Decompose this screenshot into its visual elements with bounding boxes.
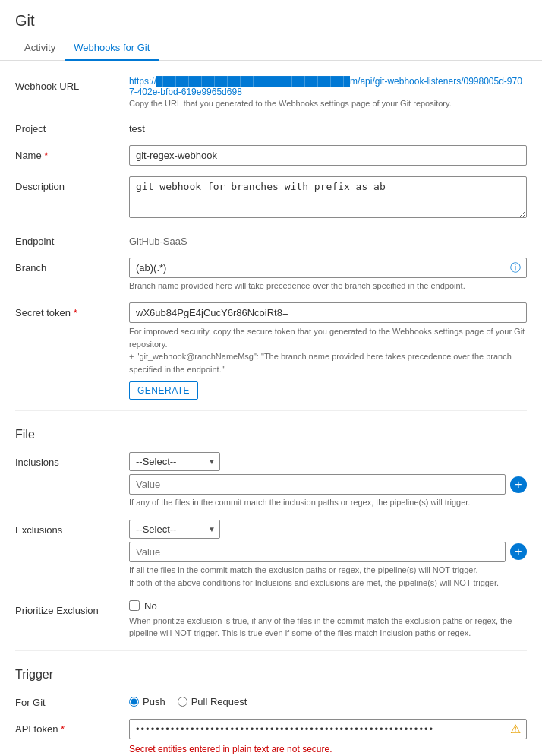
trigger-section-header: Trigger bbox=[15, 663, 527, 682]
exclusions-value-input[interactable] bbox=[129, 542, 506, 562]
prioritize-exclusion-checkbox-row: No bbox=[129, 600, 527, 612]
webhook-url-hint: Copy the URL that you generated to the W… bbox=[129, 99, 527, 108]
inclusions-add-button[interactable]: + bbox=[510, 476, 527, 493]
description-row: Description git webhook for branches wit… bbox=[15, 176, 527, 220]
exclusions-add-button[interactable]: + bbox=[510, 543, 527, 560]
exclusions-label: Exclusions bbox=[15, 520, 129, 536]
endpoint-field: GitHub-SaaS bbox=[129, 231, 527, 247]
inclusions-row: Inclusions --Select-- ▼ + If any of the … bbox=[15, 452, 527, 508]
inclusions-field: --Select-- ▼ + If any of the files in th… bbox=[129, 452, 527, 508]
for-git-radio-row: Push Pull Request bbox=[129, 692, 527, 707]
branch-input-wrap: ⓘ bbox=[129, 258, 527, 278]
api-token-row: API token * ⚠ Secret entities entered in… bbox=[15, 719, 527, 756]
prioritize-exclusion-row: Prioritize Exclusion No When prioritize … bbox=[15, 600, 527, 640]
file-section-divider bbox=[15, 410, 527, 411]
api-token-error: Secret entities entered in plain text ar… bbox=[129, 742, 527, 756]
secret-token-value: wX6ub84PgE4jCucY6r86NcoiRt8= bbox=[129, 302, 527, 323]
description-label: Description bbox=[15, 176, 129, 192]
for-git-pull-label[interactable]: Pull Request bbox=[178, 696, 247, 707]
for-git-row: For Git Push Pull Request bbox=[15, 692, 527, 708]
inclusions-value-row: + bbox=[129, 474, 527, 495]
webhook-url-field: https://██████████████████████████████m/… bbox=[129, 76, 527, 108]
webhook-url-label: Webhook URL bbox=[15, 76, 129, 92]
inclusions-label: Inclusions bbox=[15, 452, 129, 468]
for-git-push-radio[interactable] bbox=[129, 697, 139, 707]
generate-token-button[interactable]: GENERATE bbox=[129, 381, 198, 400]
branch-field: ⓘ Branch name provided here will take pr… bbox=[129, 258, 527, 292]
tab-activity[interactable]: Activity bbox=[15, 36, 65, 61]
for-git-pull-text: Pull Request bbox=[191, 696, 247, 707]
for-git-field: Push Pull Request bbox=[129, 692, 527, 707]
description-field: git webhook for branches with prefix as … bbox=[129, 176, 527, 220]
api-token-input[interactable] bbox=[129, 719, 527, 739]
endpoint-value: GitHub-SaaS bbox=[129, 231, 527, 247]
name-input[interactable] bbox=[129, 145, 527, 166]
branch-label: Branch bbox=[15, 258, 129, 274]
api-token-warning-icon: ⚠ bbox=[510, 722, 521, 736]
api-token-label: API token * bbox=[15, 719, 129, 735]
secret-token-hint-1: For improved security, copy the secure t… bbox=[129, 325, 527, 350]
endpoint-row: Endpoint GitHub-SaaS bbox=[15, 231, 527, 247]
webhook-url-value: https://██████████████████████████████m/… bbox=[129, 76, 527, 97]
exclusions-hint-2: If both of the above conditions for Incl… bbox=[129, 577, 527, 589]
secret-token-hint-2: + "git_webhook@ranchNameMsg": "The branc… bbox=[129, 350, 527, 375]
inclusions-select-wrap: --Select-- ▼ bbox=[129, 452, 220, 471]
prioritize-exclusion-checkbox[interactable] bbox=[129, 600, 140, 611]
project-label: Project bbox=[15, 119, 129, 134]
prioritize-exclusion-checkbox-label[interactable]: No bbox=[144, 600, 157, 612]
trigger-section-divider bbox=[15, 650, 527, 651]
project-row: Project test bbox=[15, 119, 527, 134]
name-row: Name * bbox=[15, 145, 527, 166]
secret-token-hints: For improved security, copy the secure t… bbox=[129, 325, 527, 375]
exclusions-field: --Select-- ▼ + If all the files in the c… bbox=[129, 520, 527, 590]
page-title: Git bbox=[15, 12, 527, 30]
branch-hint: Branch name provided here will take prec… bbox=[129, 280, 527, 292]
exclusions-select-wrap: --Select-- ▼ bbox=[129, 520, 220, 539]
prioritize-exclusion-hint: When prioritize exclusion is true, if an… bbox=[129, 615, 527, 640]
exclusions-select[interactable]: --Select-- bbox=[129, 520, 220, 539]
endpoint-label: Endpoint bbox=[15, 231, 129, 247]
inclusions-hint: If any of the files in the commit match … bbox=[129, 497, 527, 508]
secret-token-label: Secret token * bbox=[15, 302, 129, 318]
inclusions-value-input[interactable] bbox=[129, 474, 506, 495]
prioritize-exclusion-label: Prioritize Exclusion bbox=[15, 600, 129, 616]
branch-row: Branch ⓘ Branch name provided here will … bbox=[15, 258, 527, 292]
project-value: test bbox=[129, 119, 527, 134]
inclusions-select[interactable]: --Select-- bbox=[129, 452, 220, 471]
for-git-push-text: Push bbox=[143, 696, 165, 707]
branch-input[interactable] bbox=[129, 258, 527, 278]
api-token-wrap: ⚠ bbox=[129, 719, 527, 739]
tab-webhooks-for-git[interactable]: Webhooks for Git bbox=[65, 36, 159, 61]
name-label: Name * bbox=[15, 145, 129, 161]
exclusions-hint-1: If all the files in the commit match the… bbox=[129, 565, 527, 576]
secret-token-field: wX6ub84PgE4jCucY6r86NcoiRt8= For improve… bbox=[129, 302, 527, 400]
tab-bar: Activity Webhooks for Git bbox=[0, 36, 542, 61]
for-git-label: For Git bbox=[15, 692, 129, 708]
prioritize-exclusion-field: No When prioritize exclusion is true, if… bbox=[129, 600, 527, 640]
description-textarea[interactable]: git webhook for branches with prefix as … bbox=[129, 176, 527, 218]
for-git-pull-radio[interactable] bbox=[178, 697, 187, 707]
api-token-error-1: Secret entities entered in plain text ar… bbox=[129, 742, 527, 756]
api-token-field: ⚠ Secret entities entered in plain text … bbox=[129, 719, 527, 756]
for-git-push-label[interactable]: Push bbox=[129, 696, 165, 707]
branch-info-icon[interactable]: ⓘ bbox=[510, 261, 521, 275]
secret-token-row: Secret token * wX6ub84PgE4jCucY6r86NcoiR… bbox=[15, 302, 527, 400]
webhook-url-row: Webhook URL https://████████████████████… bbox=[15, 76, 527, 108]
project-field: test bbox=[129, 119, 527, 134]
file-section-header: File bbox=[15, 423, 527, 441]
name-field bbox=[129, 145, 527, 166]
exclusions-value-row: + bbox=[129, 542, 527, 562]
exclusions-row: Exclusions --Select-- ▼ + If all the fil… bbox=[15, 520, 527, 590]
